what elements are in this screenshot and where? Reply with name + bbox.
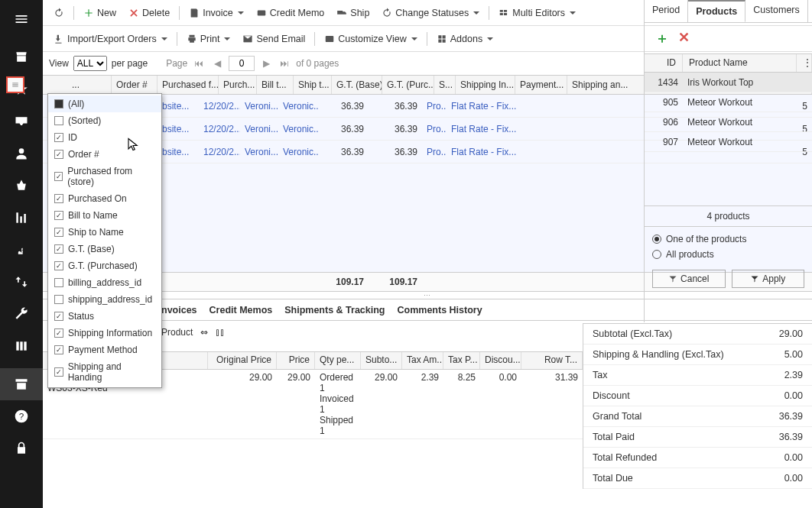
nav-chart-icon[interactable] xyxy=(0,202,43,234)
view-select[interactable]: ALL xyxy=(73,56,107,71)
right-panel-tabs: Period Products Customers xyxy=(645,0,812,23)
col-purchased-on[interactable]: Purch... xyxy=(219,76,257,94)
column-picker-item[interactable]: Bill to Name xyxy=(48,207,161,224)
summary-subtotal-value: 29.00 xyxy=(779,328,803,339)
nav-store-icon[interactable] xyxy=(0,41,43,73)
tab-comments-history[interactable]: Comments History xyxy=(398,305,482,315)
column-picker-item[interactable]: G.T. (Purchased) xyxy=(48,257,161,274)
next-page-button[interactable]: ▶ xyxy=(259,57,273,70)
product-row[interactable]: 906Meteor Workout xyxy=(645,112,812,132)
product-row[interactable]: 1434Iris Workout Top xyxy=(645,73,812,92)
add-icon[interactable]: ＋ xyxy=(655,29,669,47)
item-col-tax-amount[interactable]: Tax Am... xyxy=(402,352,443,369)
credit-memo-button[interactable]: Credit Memo xyxy=(252,5,330,21)
tab-credit-memos[interactable]: Credit Memos xyxy=(209,305,273,315)
product-row[interactable]: 907Meteor Workout xyxy=(645,132,812,152)
item-col-qty[interactable]: Qty pe... xyxy=(315,352,361,369)
nav-lock-icon[interactable] xyxy=(0,432,43,464)
column-picker-item[interactable]: Purchased On xyxy=(48,190,161,207)
col-gt-base[interactable]: G.T. (Base) xyxy=(332,76,382,94)
nav-columns-icon[interactable] xyxy=(0,330,43,362)
col-status[interactable]: S... xyxy=(434,76,456,94)
col-gt-purchased[interactable]: G.T. (Purc... xyxy=(382,76,434,94)
send-email-button[interactable]: Send Email xyxy=(238,31,310,47)
column-picker-item[interactable]: shipping_address_id xyxy=(48,291,161,308)
ship-button[interactable]: Ship xyxy=(332,5,374,21)
nav-help-icon[interactable]: ? xyxy=(0,400,43,432)
customize-view-button[interactable]: Customize View xyxy=(320,31,421,47)
column-picker-toggle[interactable] xyxy=(6,76,24,93)
page-label: Page xyxy=(166,58,187,69)
item-col-tax-percent[interactable]: Tax P... xyxy=(443,352,480,369)
column-picker-item[interactable]: Order # xyxy=(48,146,161,163)
column-picker-menu: (All)(Sorted)IDOrder #Purchased from (st… xyxy=(47,93,162,388)
column-picker-item[interactable]: Purchased from (store) xyxy=(48,163,161,190)
col-shipping-info[interactable]: Shipping In... xyxy=(456,76,515,94)
tab-customers[interactable]: Customers xyxy=(745,0,807,22)
print-button[interactable]: Print xyxy=(182,31,235,47)
products-col-name[interactable]: Product Name xyxy=(683,54,797,72)
remove-icon[interactable]: ✕ xyxy=(678,29,690,47)
column-picker-item[interactable]: G.T. (Base) xyxy=(48,241,161,257)
summary-shipping-label: Shipping & Handling (Excl.Tax) xyxy=(593,349,724,360)
column-picker-label: Purchased On xyxy=(68,193,127,204)
nav-transfer-icon[interactable] xyxy=(0,266,43,298)
col-payment[interactable]: Payment... xyxy=(515,76,567,94)
new-button[interactable]: New xyxy=(79,5,121,21)
invoice-button[interactable]: Invoice xyxy=(184,5,248,21)
first-page-button[interactable]: ⏮ xyxy=(192,57,206,70)
column-picker-item[interactable]: ID xyxy=(48,129,161,146)
column-picker-item[interactable]: billing_address_id xyxy=(48,274,161,291)
item-col-price[interactable]: Price xyxy=(277,352,315,369)
column-picker-item[interactable]: Shipping Information xyxy=(48,325,161,341)
item-col-row-total[interactable]: Row T... xyxy=(521,352,583,369)
page-input[interactable] xyxy=(229,56,255,71)
radio-all-products[interactable]: All products xyxy=(652,247,804,262)
split-vertical-icon[interactable]: ⫿⫿ xyxy=(216,327,225,338)
tab-products[interactable]: Products xyxy=(688,0,745,22)
refresh-button[interactable] xyxy=(49,5,69,21)
delete-button[interactable]: Delete xyxy=(124,5,174,21)
expand-horizontal-icon[interactable]: ⇔ xyxy=(200,327,208,338)
last-page-button[interactable]: ⏭ xyxy=(278,57,291,70)
nav-menu-icon[interactable] xyxy=(0,3,43,35)
prev-page-button[interactable]: ◀ xyxy=(210,57,224,70)
col-id[interactable]: ... xyxy=(67,76,112,94)
column-picker-item[interactable]: Payment Method xyxy=(48,341,161,358)
column-picker-item[interactable]: Shipping and Handing xyxy=(48,358,161,386)
summary-subtotal-label: Subtotal (Excl.Tax) xyxy=(593,328,672,339)
column-picker-item[interactable]: (All) xyxy=(48,95,161,112)
change-statuses-button[interactable]: Change Statuses xyxy=(377,5,484,21)
col-bill-to[interactable]: Bill t... xyxy=(257,76,294,94)
products-col-menu[interactable]: ⋮ xyxy=(797,54,812,72)
col-order[interactable]: Order # xyxy=(112,76,158,94)
item-col-subtotal[interactable]: Subto... xyxy=(361,352,402,369)
addons-button[interactable]: Addons xyxy=(432,31,498,47)
cancel-button[interactable]: Cancel xyxy=(652,270,726,288)
nav-inbox-icon[interactable] xyxy=(0,105,43,138)
tab-period[interactable]: Period xyxy=(645,0,688,22)
column-picker-item[interactable]: Status xyxy=(48,308,161,325)
column-picker-item[interactable]: Ship to Name xyxy=(48,224,161,241)
nav-puzzle-icon[interactable] xyxy=(0,234,43,266)
tab-invoices[interactable]: nvoices xyxy=(161,305,197,315)
multi-editors-button[interactable]: Multi Editors xyxy=(494,5,580,21)
nav-archive-icon[interactable] xyxy=(0,368,43,400)
radio-one-of-products[interactable]: One of the products xyxy=(652,231,804,247)
tab-shipments-tracking[interactable]: Shipments & Tracking xyxy=(284,305,385,315)
import-export-button[interactable]: Import/Export Orders xyxy=(49,31,172,47)
apply-button[interactable]: Apply xyxy=(732,270,805,288)
checkbox-icon xyxy=(54,278,63,287)
item-col-original-price[interactable]: Original Price xyxy=(208,352,277,369)
product-row[interactable]: 905Meteor Workout xyxy=(645,92,812,112)
column-picker-item[interactable]: (Sorted) xyxy=(48,112,161,129)
products-col-id[interactable]: ID xyxy=(645,54,683,72)
nav-basket-icon[interactable] xyxy=(0,170,43,202)
nav-user-icon[interactable] xyxy=(0,138,43,170)
nav-wrench-icon[interactable] xyxy=(0,298,43,330)
item-col-discount[interactable]: Discou... xyxy=(480,352,521,369)
col-ship-to[interactable]: Ship t... xyxy=(294,76,332,94)
checkbox-icon xyxy=(54,228,63,237)
column-picker-label: Ship to Name xyxy=(68,227,124,238)
col-purchased-from[interactable]: Purchased f... xyxy=(158,76,219,94)
